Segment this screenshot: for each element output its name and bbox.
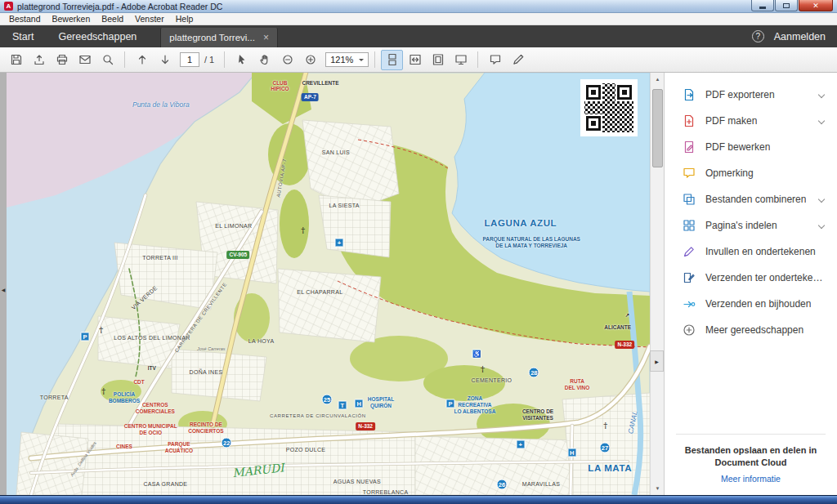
tools-panel: PDF exporterenPDF makenPDF bewerkenOpmer… [664, 73, 837, 495]
tool-label: PDF maken [705, 115, 757, 127]
zoom-in-button[interactable] [299, 50, 321, 70]
map-label: CV-905 [226, 251, 249, 259]
tool-pdf-bewerken[interactable]: PDF bewerken [665, 134, 837, 160]
tab-gereedschappen[interactable]: Gereedschappen [46, 25, 149, 47]
email-button[interactable] [74, 50, 96, 70]
tool-label: Invullen en ondertekenen [705, 246, 816, 257]
navigation-pane-strip: ◀ [0, 73, 7, 495]
map-label: TORRETA III [142, 255, 178, 261]
share-button[interactable] [28, 50, 50, 70]
tab-start[interactable]: Start [0, 25, 46, 47]
map-label: CDT [133, 379, 144, 386]
map-label: † [481, 364, 485, 374]
map-label: DOÑA INES [190, 369, 223, 376]
page-number-input[interactable]: 1 [180, 52, 199, 67]
map-label: 26 [496, 479, 507, 490]
previous-page-button[interactable] [131, 50, 153, 70]
vertical-scrollbar[interactable]: ▲ ▼ [650, 73, 664, 495]
tool-pdf-exporteren[interactable]: PDF exporteren [665, 82, 837, 108]
document-area: ◀ [0, 73, 664, 495]
menu-help[interactable]: Help [170, 14, 199, 24]
map-label: AUTOVIA AP-7 [275, 158, 288, 198]
print-button[interactable] [51, 50, 73, 70]
document-tab[interactable]: plattegrond Torrevi... × [160, 28, 278, 47]
map-label: P [81, 332, 90, 341]
maximize-icon [783, 3, 790, 8]
map-label: LA SIESTA [329, 203, 360, 209]
help-button[interactable]: ? [752, 30, 764, 42]
map-label: POZO DULCE [286, 447, 326, 453]
close-button[interactable]: ✕ [799, 0, 833, 11]
sign-in-button[interactable]: Aanmelden [774, 31, 826, 42]
tool-bestanden-combineren[interactable]: Bestanden combineren [665, 186, 837, 212]
map-document[interactable]: Punta de la ViboraCLUB HIPICOCREVILLENTE… [7, 73, 650, 495]
close-tab-icon[interactable]: × [263, 33, 269, 42]
menu-bewerken[interactable]: Bewerken [47, 14, 96, 24]
map-label: PARQUE ACUÁTICO [165, 441, 193, 454]
zoom-level-select[interactable]: 121% [325, 52, 369, 67]
toolbar-separator [374, 51, 375, 68]
tools-pane-collapse-handle[interactable]: ▶ [650, 350, 664, 372]
windows-taskbar[interactable] [0, 495, 837, 504]
fit-page-button[interactable] [427, 50, 449, 70]
map-label: H [355, 399, 364, 408]
save-button[interactable] [5, 50, 27, 70]
tool-meer-gereedschappen[interactable]: Meer gereedschappen [665, 317, 837, 343]
fit-width-button[interactable] [404, 50, 426, 70]
tool-verzenden-ter-ondertekening[interactable]: Verzenden ter ondertekening [665, 265, 837, 291]
map-label: CENTROS COMERCIALES [136, 402, 175, 415]
drawing-markup-button[interactable] [507, 50, 529, 70]
zoom-out-button[interactable] [276, 50, 298, 70]
next-page-button[interactable] [154, 50, 176, 70]
map-label: CANAL [626, 410, 639, 435]
title-bar[interactable]: A plattegrond Torrevieja.pdf - Adobe Acr… [0, 0, 837, 13]
document-cloud-footer: Bestanden opslaan en delen in Document C… [665, 444, 837, 485]
scroll-down-icon[interactable]: ▼ [651, 482, 665, 495]
tool-pdf-maken[interactable]: PDF maken [665, 108, 837, 134]
map-label: 22 [222, 437, 232, 448]
zoom-value: 121% [330, 55, 353, 65]
map-label: † [603, 421, 607, 430]
map-label: SAN LUIS [322, 149, 350, 156]
tool-opmerking[interactable]: Opmerking [665, 160, 837, 186]
tab-bar-right: ? Aanmelden [752, 25, 837, 47]
map-label: VIA VERDE [131, 285, 159, 312]
map-label: LA MATA [588, 463, 632, 475]
display-settings-button[interactable] [450, 50, 472, 70]
map-label: EL CHAPARRAL [297, 289, 342, 296]
map-labels: Punta de la ViboraCLUB HIPICOCREVILLENTE… [7, 73, 650, 495]
search-button[interactable] [96, 50, 119, 70]
tool-pagina-s-indelen[interactable]: Pagina's indelen [665, 212, 837, 239]
tool-verzenden-en-bijhouden[interactable]: Verzenden en bijhouden [665, 291, 837, 317]
toolbar-separator [124, 51, 125, 68]
hand-tool-button[interactable] [253, 50, 275, 70]
navigation-pane-handle[interactable]: ◀ [0, 279, 7, 300]
map-label: ↗ [625, 312, 629, 319]
meer-informatie-link[interactable]: Meer informatie [721, 474, 781, 484]
map-label: CREVILLENTE [302, 81, 338, 87]
menu-beeld[interactable]: Beeld [96, 14, 129, 24]
map-label: 25 [321, 395, 332, 405]
map-label: MARUDI [231, 461, 284, 479]
menu-venster[interactable]: Venster [129, 14, 170, 24]
map-label: † [101, 386, 105, 396]
comment-button[interactable] [484, 50, 506, 70]
scroll-up-icon[interactable]: ▲ [651, 73, 665, 86]
map-label: José Carreras [197, 346, 226, 351]
menu-bestand[interactable]: Bestand [3, 14, 47, 24]
send-track-icon [683, 297, 696, 310]
toolbar: 1 / 1 121% [0, 47, 837, 73]
minimize-button[interactable] [751, 0, 774, 11]
map-label: 28 [529, 368, 539, 378]
map-label: Punta de la Vibora [132, 100, 190, 109]
tool-invullen-en-ondertekenen[interactable]: Invullen en ondertekenen [665, 239, 837, 265]
map-label: EL LIMONAR [215, 223, 252, 230]
tool-label: PDF exporteren [705, 89, 775, 100]
map-label: MARAVILLAS [522, 481, 560, 488]
maximize-button[interactable] [775, 0, 798, 11]
map-label: † [301, 225, 305, 235]
scrollbar-thumb[interactable] [652, 89, 663, 167]
page-scrolling-button[interactable] [381, 50, 403, 70]
page-count-label: / 1 [204, 55, 214, 65]
select-tool-button[interactable] [231, 50, 253, 70]
